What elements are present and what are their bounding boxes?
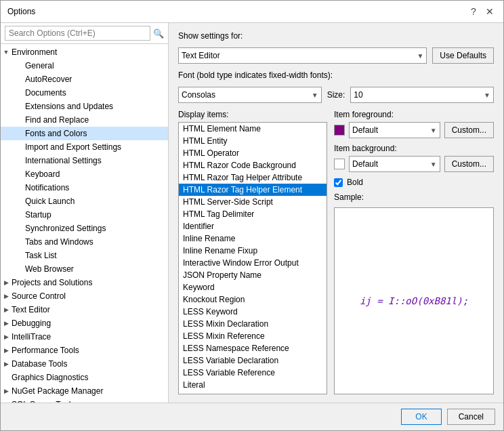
tree-item-sync-settings[interactable]: Synchronized Settings (1, 222, 168, 235)
tree-item-web-browser[interactable]: Web Browser (1, 262, 168, 276)
tree-expand-text-editor: ▶ (1, 304, 12, 315)
background-dropdown[interactable]: Default ▼ (349, 156, 440, 172)
list-item[interactable]: LESS Keyword (179, 306, 327, 318)
list-item[interactable]: LESS Mixin Declaration (179, 318, 327, 330)
tree-label-performance-tools: Performance Tools (12, 346, 79, 355)
tree-item-startup[interactable]: Startup (1, 208, 168, 222)
search-box: 🔍 (1, 23, 168, 44)
list-item[interactable]: MarkerFormatDefinition/VerticalHigh (179, 391, 327, 394)
sample-code: ij = I::oO(0xB81l); (360, 295, 468, 306)
tree-expand-autorecover (14, 74, 25, 85)
bold-checkbox[interactable] (334, 178, 343, 187)
tree-item-fonts-colors[interactable]: Fonts and Colors (1, 127, 168, 140)
list-item[interactable]: Inline Rename Fixup (179, 245, 327, 257)
list-item[interactable]: HTML Razor Code Background (179, 159, 327, 171)
tree-item-international[interactable]: International Settings (1, 154, 168, 167)
tree-label-documents: Documents (25, 88, 66, 98)
show-settings-arrow-icon: ▼ (417, 52, 423, 60)
tree-item-performance-tools[interactable]: ▶Performance Tools (1, 344, 168, 357)
tree-item-extensions[interactable]: Extensions and Updates (1, 100, 168, 113)
dialog-title: Options (7, 7, 35, 16)
list-item[interactable]: HTML Server-Side Script (179, 196, 327, 208)
tree-expand-web-browser (14, 264, 25, 274)
tree-item-intellitrace[interactable]: ▶IntelliTrace (1, 330, 168, 344)
tree-item-tabs-windows[interactable]: Tabs and Windows (1, 235, 168, 249)
search-input[interactable] (5, 26, 150, 41)
tree-item-sql-server[interactable]: ▶SQL Server Tools (1, 398, 168, 403)
foreground-swatch (334, 125, 345, 136)
background-value: Default (352, 159, 427, 169)
title-bar-controls: ? ✕ (467, 5, 497, 18)
tree-item-debugging[interactable]: ▶Debugging (1, 316, 168, 330)
list-item[interactable]: HTML Entity (179, 135, 327, 147)
list-item[interactable]: Literal (179, 379, 327, 391)
help-button[interactable]: ? (467, 5, 480, 18)
list-item[interactable]: Interactive Window Error Output (179, 257, 327, 269)
display-items-label: Display items: (178, 110, 327, 119)
foreground-dropdown[interactable]: Default ▼ (349, 122, 440, 138)
tree-expand-general (14, 60, 25, 71)
tree-item-environment[interactable]: ▼Environment (1, 45, 168, 59)
use-defaults-button[interactable]: Use Defaults (432, 47, 494, 64)
tree-expand-database-tools: ▶ (1, 358, 12, 369)
tree-expand-startup (14, 209, 25, 220)
list-item[interactable]: HTML Razor Tag Helper Element (179, 184, 327, 196)
tree-item-autorecover[interactable]: AutoRecover (1, 73, 168, 86)
tree-item-text-editor[interactable]: ▶Text Editor (1, 303, 168, 316)
list-item[interactable]: HTML Razor Tag Helper Attribute (179, 171, 327, 184)
size-dropdown[interactable]: 10 ▼ (350, 87, 494, 103)
tree-expand-source-control: ▶ (1, 291, 12, 302)
list-item[interactable]: HTML Element Name (179, 123, 327, 135)
tree-label-notifications: Notifications (25, 183, 69, 192)
cancel-button[interactable]: Cancel (447, 409, 495, 425)
tree-expand-tabs-windows (14, 237, 25, 247)
tree-label-tabs-windows: Tabs and Windows (25, 237, 93, 247)
font-label-row: Font (bold type indicates fixed-width fo… (178, 70, 494, 80)
show-settings-row: Show settings for: (178, 31, 494, 41)
tree-item-keyboard[interactable]: Keyboard (1, 167, 168, 181)
main-content: 🔍 ▼Environment General AutoRecover Docum… (1, 23, 503, 403)
tree-item-source-control[interactable]: ▶Source Control (1, 289, 168, 303)
show-settings-dropdown[interactable]: Text Editor ▼ (178, 47, 427, 64)
tree-item-quick-launch[interactable]: Quick Launch (1, 194, 168, 208)
list-item[interactable]: HTML Tag Delimiter (179, 208, 327, 220)
tree-item-notifications[interactable]: Notifications (1, 181, 168, 194)
list-item[interactable]: LESS Variable Reference (179, 367, 327, 379)
tree-item-task-list[interactable]: Task List (1, 249, 168, 262)
tree-item-general[interactable]: General (1, 59, 168, 73)
tree-label-extensions: Extensions and Updates (25, 102, 113, 111)
list-item[interactable]: Keyword (179, 281, 327, 293)
tree-label-debugging: Debugging (12, 319, 51, 328)
tree-label-find-replace: Find and Replace (25, 115, 89, 125)
list-item[interactable]: LESS Variable Declaration (179, 354, 327, 367)
search-icon[interactable]: 🔍 (153, 28, 164, 39)
tree-item-database-tools[interactable]: ▶Database Tools (1, 357, 168, 371)
list-item[interactable]: JSON Property Name (179, 269, 327, 281)
display-section: Display items: HTML Element NameHTML Ent… (178, 110, 494, 394)
tree-item-find-replace[interactable]: Find and Replace (1, 113, 168, 127)
sample-label-text: Sample: (334, 192, 494, 202)
tree-label-source-control: Source Control (12, 291, 66, 301)
list-item[interactable]: Knockout Region (179, 293, 327, 306)
tree-label-keyboard: Keyboard (25, 169, 60, 179)
background-custom-button[interactable]: Custom... (444, 156, 494, 172)
tree-expand-nuget: ▶ (1, 386, 12, 396)
list-item[interactable]: Identifier (179, 220, 327, 232)
close-button[interactable]: ✕ (483, 5, 497, 18)
tree-item-graphics-diagnostics[interactable]: Graphics Diagnostics (1, 371, 168, 384)
list-item[interactable]: Inline Rename (179, 232, 327, 245)
tree-item-documents[interactable]: Documents (1, 86, 168, 100)
list-item[interactable]: LESS Namespace Reference (179, 342, 327, 354)
tree-item-nuget[interactable]: ▶NuGet Package Manager (1, 384, 168, 398)
ok-button[interactable]: OK (401, 409, 441, 425)
tree-item-projects-solutions[interactable]: ▶Projects and Solutions (1, 276, 168, 289)
list-item[interactable]: LESS Mixin Reference (179, 330, 327, 342)
list-item[interactable]: HTML Operator (179, 147, 327, 159)
tree-item-import-export[interactable]: Import and Export Settings (1, 140, 168, 154)
font-dropdown[interactable]: Consolas ▼ (178, 87, 322, 103)
tree-label-environment: Environment (12, 47, 57, 57)
tree-expand-task-list (14, 250, 25, 261)
tree-label-projects-solutions: Projects and Solutions (12, 278, 92, 287)
tree-expand-notifications (14, 182, 25, 193)
foreground-custom-button[interactable]: Custom... (444, 122, 494, 138)
